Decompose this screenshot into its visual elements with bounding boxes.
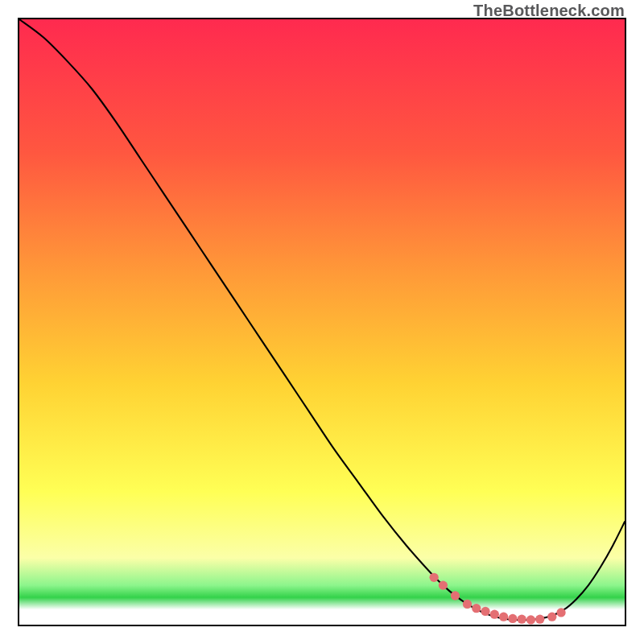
marker-dot <box>518 615 526 624</box>
plot-area <box>18 18 626 626</box>
marker-dot <box>481 607 489 616</box>
marker-dot <box>547 613 556 621</box>
marker-dot <box>429 573 438 582</box>
chart-overlay <box>19 19 625 625</box>
marker-dot <box>439 580 448 589</box>
curve-line <box>19 19 625 620</box>
marker-dot <box>526 615 535 624</box>
marker-dot <box>490 610 499 619</box>
marker-dot <box>472 604 481 613</box>
marker-dot <box>451 591 460 600</box>
marker-dot <box>499 613 508 621</box>
marker-dot <box>508 614 517 623</box>
marker-dot <box>535 615 544 624</box>
marker-dot <box>463 600 472 609</box>
marker-dot <box>556 608 565 617</box>
chart-frame: TheBottleneck.com <box>0 0 644 644</box>
marker-group <box>429 573 565 625</box>
